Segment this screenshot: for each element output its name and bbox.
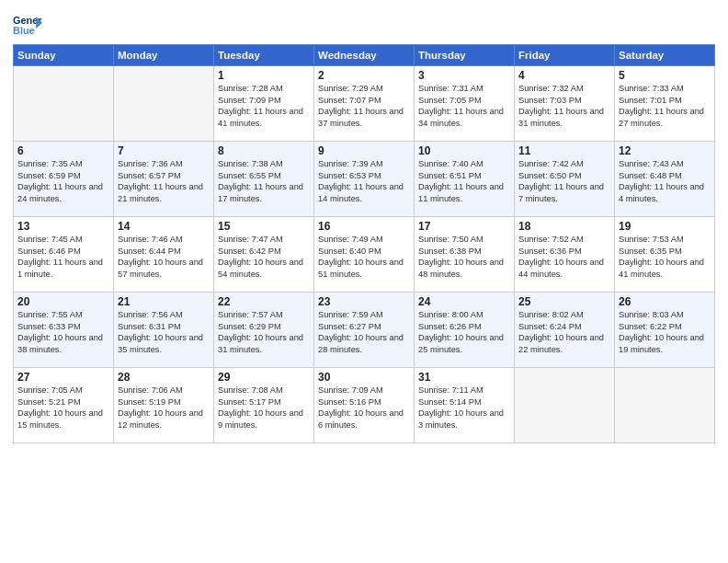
day-detail: Sunrise: 8:02 AMSunset: 6:24 PMDaylight:… [518,309,610,355]
day-detail: Sunrise: 7:52 AMSunset: 6:36 PMDaylight:… [518,234,610,280]
day-cell: 29Sunrise: 7:08 AMSunset: 5:17 PMDayligh… [214,368,314,443]
day-cell: 16Sunrise: 7:49 AMSunset: 6:40 PMDayligh… [314,217,415,293]
day-cell: 2Sunrise: 7:29 AMSunset: 7:07 PMDaylight… [314,66,415,142]
day-number: 9 [318,144,410,157]
day-number: 30 [318,371,410,384]
weekday-header-saturday: Saturday [615,45,715,66]
day-detail: Sunrise: 7:42 AMSunset: 6:50 PMDaylight:… [518,158,610,204]
day-cell: 13Sunrise: 7:45 AMSunset: 6:46 PMDayligh… [14,217,114,293]
day-number: 3 [418,69,510,82]
day-number: 11 [518,144,610,157]
day-number: 6 [17,144,109,157]
day-number: 8 [218,144,310,157]
day-detail: Sunrise: 7:57 AMSunset: 6:29 PMDaylight:… [218,309,310,355]
day-cell: 22Sunrise: 7:57 AMSunset: 6:29 PMDayligh… [214,293,314,368]
day-detail: Sunrise: 7:08 AMSunset: 5:17 PMDaylight:… [218,385,310,431]
day-cell: 20Sunrise: 7:55 AMSunset: 6:33 PMDayligh… [14,293,114,368]
week-row-2: 6Sunrise: 7:35 AMSunset: 6:59 PMDaylight… [14,142,715,217]
day-cell: 17Sunrise: 7:50 AMSunset: 6:38 PMDayligh… [415,217,515,293]
day-detail: Sunrise: 7:56 AMSunset: 6:31 PMDaylight:… [118,309,210,355]
day-cell: 31Sunrise: 7:11 AMSunset: 5:14 PMDayligh… [415,368,515,443]
day-cell: 7Sunrise: 7:36 AMSunset: 6:57 PMDaylight… [114,142,214,217]
week-row-3: 13Sunrise: 7:45 AMSunset: 6:46 PMDayligh… [14,217,715,293]
day-number: 18 [518,220,610,233]
day-number: 25 [518,295,610,308]
day-detail: Sunrise: 7:47 AMSunset: 6:42 PMDaylight:… [218,234,310,280]
weekday-header-sunday: Sunday [14,45,114,66]
day-number: 22 [218,295,310,308]
day-detail: Sunrise: 7:40 AMSunset: 6:51 PMDaylight:… [418,158,510,204]
day-cell: 8Sunrise: 7:38 AMSunset: 6:55 PMDaylight… [214,142,314,217]
day-cell: 28Sunrise: 7:06 AMSunset: 5:19 PMDayligh… [114,368,214,443]
weekday-header-row: SundayMondayTuesdayWednesdayThursdayFrid… [14,45,715,66]
day-number: 14 [118,220,210,233]
day-number: 15 [218,220,310,233]
day-number: 1 [218,69,310,82]
day-cell [114,66,214,142]
day-detail: Sunrise: 7:09 AMSunset: 5:16 PMDaylight:… [318,385,410,431]
day-cell [515,368,615,443]
logo-icon: General Blue [13,13,42,39]
day-number: 29 [218,371,310,384]
weekday-header-friday: Friday [515,45,615,66]
day-cell [14,66,114,142]
day-cell: 18Sunrise: 7:52 AMSunset: 6:36 PMDayligh… [515,217,615,293]
day-detail: Sunrise: 7:53 AMSunset: 6:35 PMDaylight:… [619,234,711,280]
day-cell: 4Sunrise: 7:32 AMSunset: 7:03 PMDaylight… [515,66,615,142]
day-detail: Sunrise: 7:31 AMSunset: 7:05 PMDaylight:… [418,83,510,129]
day-number: 26 [619,295,711,308]
day-cell: 15Sunrise: 7:47 AMSunset: 6:42 PMDayligh… [214,217,314,293]
header: General Blue [13,9,715,39]
day-number: 10 [418,144,510,157]
day-cell: 12Sunrise: 7:43 AMSunset: 6:48 PMDayligh… [615,142,715,217]
day-cell [615,368,715,443]
day-number: 12 [619,144,711,157]
day-detail: Sunrise: 7:05 AMSunset: 5:21 PMDaylight:… [17,385,109,431]
day-detail: Sunrise: 7:32 AMSunset: 7:03 PMDaylight:… [518,83,610,129]
day-detail: Sunrise: 7:38 AMSunset: 6:55 PMDaylight:… [218,158,310,204]
calendar-table: SundayMondayTuesdayWednesdayThursdayFrid… [13,44,715,443]
day-number: 16 [318,220,410,233]
weekday-header-wednesday: Wednesday [314,45,415,66]
day-cell: 6Sunrise: 7:35 AMSunset: 6:59 PMDaylight… [14,142,114,217]
day-detail: Sunrise: 7:33 AMSunset: 7:01 PMDaylight:… [619,83,711,129]
day-cell: 9Sunrise: 7:39 AMSunset: 6:53 PMDaylight… [314,142,415,217]
day-cell: 19Sunrise: 7:53 AMSunset: 6:35 PMDayligh… [615,217,715,293]
day-detail: Sunrise: 7:11 AMSunset: 5:14 PMDaylight:… [418,385,510,431]
day-detail: Sunrise: 7:46 AMSunset: 6:44 PMDaylight:… [118,234,210,280]
day-cell: 25Sunrise: 8:02 AMSunset: 6:24 PMDayligh… [515,293,615,368]
day-detail: Sunrise: 7:29 AMSunset: 7:07 PMDaylight:… [318,83,410,129]
weekday-header-monday: Monday [114,45,214,66]
day-number: 21 [118,295,210,308]
day-detail: Sunrise: 7:55 AMSunset: 6:33 PMDaylight:… [17,309,109,355]
day-cell: 10Sunrise: 7:40 AMSunset: 6:51 PMDayligh… [415,142,515,217]
day-number: 24 [418,295,510,308]
day-detail: Sunrise: 7:45 AMSunset: 6:46 PMDaylight:… [17,234,109,280]
day-detail: Sunrise: 7:39 AMSunset: 6:53 PMDaylight:… [318,158,410,204]
day-detail: Sunrise: 7:36 AMSunset: 6:57 PMDaylight:… [118,158,210,204]
weekday-header-thursday: Thursday [415,45,515,66]
day-detail: Sunrise: 7:50 AMSunset: 6:38 PMDaylight:… [418,234,510,280]
day-number: 17 [418,220,510,233]
day-number: 20 [17,295,109,308]
week-row-5: 27Sunrise: 7:05 AMSunset: 5:21 PMDayligh… [14,368,715,443]
day-number: 5 [619,69,711,82]
day-detail: Sunrise: 7:59 AMSunset: 6:27 PMDaylight:… [318,309,410,355]
weekday-header-tuesday: Tuesday [214,45,314,66]
day-cell: 24Sunrise: 8:00 AMSunset: 6:26 PMDayligh… [415,293,515,368]
day-cell: 3Sunrise: 7:31 AMSunset: 7:05 PMDaylight… [415,66,515,142]
day-number: 4 [518,69,610,82]
day-number: 28 [118,371,210,384]
day-cell: 21Sunrise: 7:56 AMSunset: 6:31 PMDayligh… [114,293,214,368]
day-number: 13 [17,220,109,233]
day-cell: 5Sunrise: 7:33 AMSunset: 7:01 PMDaylight… [615,66,715,142]
svg-text:Blue: Blue [13,25,35,36]
day-cell: 1Sunrise: 7:28 AMSunset: 7:09 PMDaylight… [214,66,314,142]
day-detail: Sunrise: 7:43 AMSunset: 6:48 PMDaylight:… [619,158,711,204]
day-cell: 14Sunrise: 7:46 AMSunset: 6:44 PMDayligh… [114,217,214,293]
day-cell: 30Sunrise: 7:09 AMSunset: 5:16 PMDayligh… [314,368,415,443]
day-detail: Sunrise: 7:28 AMSunset: 7:09 PMDaylight:… [218,83,310,129]
day-number: 31 [418,371,510,384]
page: General Blue SundayMondayTuesdayWednesda… [0,0,728,563]
day-cell: 23Sunrise: 7:59 AMSunset: 6:27 PMDayligh… [314,293,415,368]
